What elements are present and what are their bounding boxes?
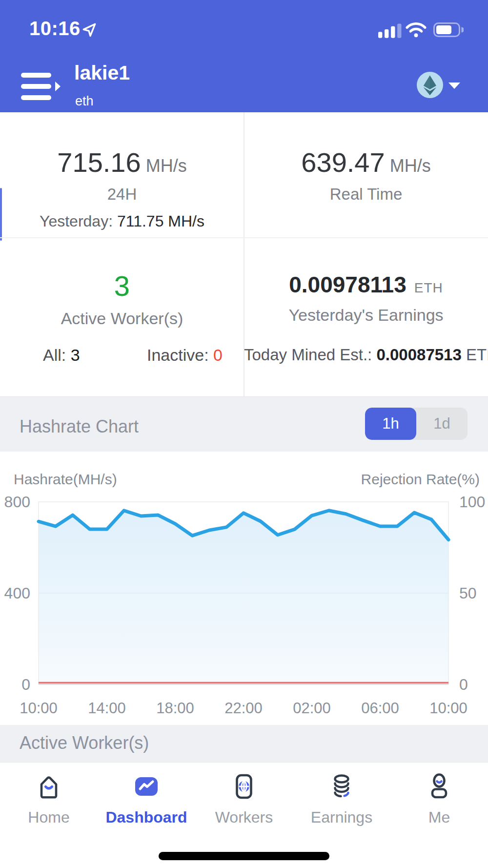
workers-inactive: Inactive: 0 — [147, 346, 223, 365]
tick-label: 18:00 — [146, 701, 204, 716]
tab-earnings[interactable]: Earnings — [293, 763, 390, 836]
yesterday-label: Yesterday: — [40, 212, 113, 230]
workers-section-title: Active Worker(s) — [20, 733, 149, 753]
me-icon — [426, 773, 453, 800]
today-mined: Today Mined Est.: 0.00087513 ETH — [244, 346, 488, 364]
tick-label: 06:00 — [351, 701, 409, 716]
tick-label: 100 — [459, 494, 485, 510]
stat-earnings: 0.00978113 ETH Yesterday's Earnings — [244, 271, 488, 325]
realtime-label: Real Time — [244, 185, 488, 204]
tick-label: 14:00 — [78, 701, 136, 716]
toggle-1h-button[interactable]: 1h — [365, 408, 416, 440]
tab-home[interactable]: Home — [0, 763, 98, 836]
account-name: lakie1 — [74, 62, 130, 84]
cellular-signal-icon — [378, 22, 402, 38]
workers-icon — [230, 773, 258, 800]
location-arrow-icon — [81, 21, 98, 38]
wifi-icon — [406, 22, 427, 38]
tick-label: 10:00 — [419, 701, 478, 716]
earnings-unit: ETH — [414, 280, 443, 296]
status-time: 10:16 — [29, 18, 81, 40]
app-screen: 10:16 lakie1 eth — [0, 0, 488, 868]
hashrate-chart: Hashrate(MH/s) Rejection Rate(%) 8004000… — [0, 452, 488, 725]
coin-label: eth — [75, 94, 94, 109]
tick-label: 50 — [459, 585, 477, 601]
hashrate-24h-value: 715.16 — [57, 146, 141, 178]
chart-canvas — [0, 452, 488, 725]
chevron-down-icon — [448, 82, 461, 89]
row-divider — [0, 237, 488, 238]
header: 10:16 lakie1 eth — [0, 0, 488, 112]
realtime-unit: MH/s — [390, 156, 431, 176]
tick-label: 0 — [0, 677, 30, 692]
hashrate-section-title: Hashrate Chart — [20, 416, 139, 437]
tab-me[interactable]: Me — [390, 763, 488, 836]
earnings-icon — [328, 773, 355, 800]
stat-hashrate-realtime: 639.47 MH/s Real Time — [244, 146, 488, 204]
earnings-value: 0.00978113 — [289, 271, 407, 298]
workers-section-bar: Active Worker(s) — [0, 725, 488, 762]
tick-label: 400 — [0, 585, 30, 601]
toggle-1d-button[interactable]: 1d — [416, 408, 468, 440]
active-workers-label: Active Worker(s) — [0, 309, 244, 328]
yesterday-value: 711.75 MH/s — [117, 212, 204, 230]
tick-label: 0 — [459, 677, 468, 692]
tick-label: 02:00 — [283, 701, 341, 716]
earnings-label: Yesterday's Earnings — [244, 306, 488, 325]
battery-icon — [433, 22, 464, 37]
eth-icon — [416, 71, 444, 99]
realtime-value: 639.47 — [301, 146, 385, 178]
workers-all: All: 3 — [43, 346, 80, 365]
home-indicator[interactable] — [159, 852, 329, 860]
tab-dashboard[interactable]: Dashboard — [98, 763, 195, 836]
active-workers-count: 3 — [0, 269, 244, 302]
tick-label: 10:00 — [9, 701, 68, 716]
workers-breakdown: All: 3 Inactive: 0 — [43, 346, 223, 365]
coin-selector[interactable] — [414, 70, 465, 102]
menu-button[interactable] — [21, 72, 62, 101]
stat-hashrate-24h: 715.16 MH/s 24H Yesterday: 711.75 MH/s — [0, 146, 244, 230]
tick-label: 22:00 — [214, 701, 273, 716]
dashboard-icon — [133, 773, 160, 800]
home-icon — [35, 773, 62, 800]
interval-toggle: 1h 1d — [365, 408, 468, 440]
hashrate-24h-label: 24H — [0, 185, 244, 204]
hashrate-24h-unit: MH/s — [146, 156, 187, 176]
tab-workers[interactable]: Workers — [195, 763, 293, 836]
tick-label: 800 — [0, 494, 30, 510]
stat-workers: 3 Active Worker(s) — [0, 269, 244, 328]
